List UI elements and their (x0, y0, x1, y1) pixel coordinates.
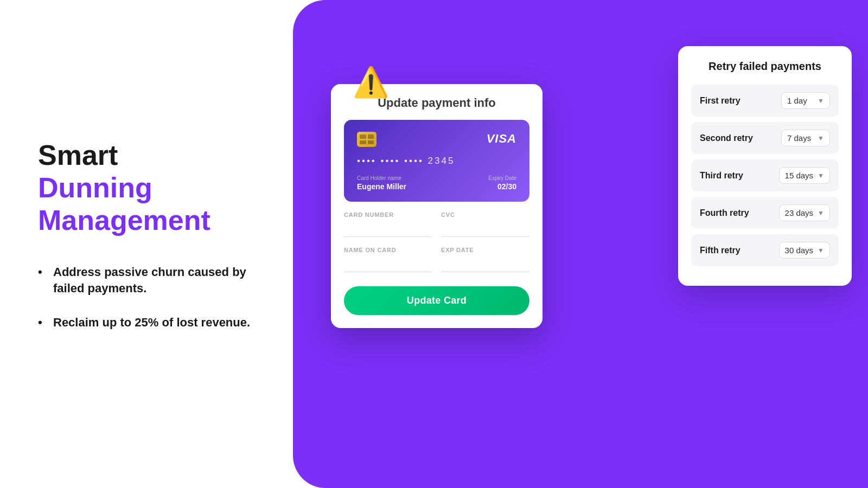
retry-value-1: 1 day (787, 96, 807, 105)
retry-row-2: Second retry 7 days ▼ (691, 122, 839, 154)
card-bottom-row: Card Holder name Eugene Miller Expiry Da… (357, 175, 516, 191)
retry-value-3: 15 days (785, 171, 814, 180)
chevron-down-icon-2: ▼ (818, 134, 824, 142)
card-number-label: CARD NUMBER (344, 211, 432, 218)
retry-row-4: Fourth retry 23 days ▼ (691, 197, 839, 229)
retry-label-3: Third retry (700, 171, 743, 181)
expiry-input[interactable] (441, 256, 529, 272)
retry-label-2: Second retry (700, 133, 753, 143)
right-section: ⚠️ Update payment info VISA •••• •••• ••… (293, 0, 868, 488)
cvc-field: CVC (441, 211, 529, 237)
expiry-input-field: EXP DATE (441, 247, 529, 272)
card-number-field: CARD NUMBER (344, 211, 432, 237)
retry-label-4: Fourth retry (700, 208, 749, 218)
name-field: NAME ON CARD (344, 247, 432, 272)
payment-modal: Update payment info VISA •••• •••• •••• … (331, 84, 542, 328)
chevron-down-icon-5: ▼ (818, 247, 824, 254)
bullet-list: Address passive churn caused by failed p… (38, 264, 255, 331)
retry-value-2: 7 days (787, 133, 811, 143)
update-card-button[interactable]: Update Card (344, 286, 529, 315)
card-chip-icon (357, 132, 376, 147)
retry-label-5: Fifth retry (700, 246, 741, 255)
expiry-input-label: EXP DATE (441, 247, 529, 253)
bullet-item-1: Address passive churn caused by failed p… (38, 264, 255, 298)
retry-dropdown-4[interactable]: 23 days ▼ (779, 204, 830, 221)
card-number-display: •••• •••• •••• 2345 (357, 156, 516, 166)
expiry-block: Expiry Date 02/30 (488, 175, 516, 191)
retry-label-1: First retry (700, 96, 741, 106)
cvc-input[interactable] (441, 221, 529, 237)
payment-form: CARD NUMBER CVC NAME ON CARD EXP DATE (331, 211, 542, 328)
retry-dropdown-1[interactable]: 1 day ▼ (781, 92, 830, 109)
retry-row-5: Fifth retry 30 days ▼ (691, 234, 839, 266)
card-number-input[interactable] (344, 221, 432, 237)
chevron-down-icon-4: ▼ (818, 209, 824, 217)
name-label: NAME ON CARD (344, 247, 432, 253)
headline-plain: Smart (38, 139, 255, 172)
holder-name: Eugene Miller (357, 182, 406, 191)
chevron-down-icon-1: ▼ (818, 97, 824, 105)
chevron-down-icon-3: ▼ (818, 172, 824, 179)
card-number-masked: •••• •••• •••• (357, 156, 424, 166)
card-brand: VISA (487, 132, 516, 146)
card-number-last4: 2345 (428, 156, 455, 166)
retry-value-4: 23 days (785, 208, 814, 217)
left-section: Smart Dunning Management Address passive… (0, 107, 293, 381)
warning-icon: ⚠️ (353, 65, 389, 99)
headline-purple-line1: Dunning (38, 172, 255, 204)
name-input[interactable] (344, 256, 432, 272)
form-row-card: CARD NUMBER CVC (344, 211, 529, 237)
credit-card-visual: VISA •••• •••• •••• 2345 Card Holder nam… (344, 120, 529, 202)
retry-panel-title: Retry failed payments (691, 60, 839, 73)
retry-row-1: First retry 1 day ▼ (691, 85, 839, 117)
retry-dropdown-5[interactable]: 30 days ▼ (779, 242, 830, 259)
expiry-value: 02/30 (488, 182, 516, 191)
holder-label: Card Holder name (357, 175, 406, 181)
cvc-label: CVC (441, 211, 529, 218)
retry-panel: Retry failed payments First retry 1 day … (678, 46, 852, 286)
retry-row-3: Third retry 15 days ▼ (691, 159, 839, 191)
form-row-name: NAME ON CARD EXP DATE (344, 247, 529, 272)
expiry-label: Expiry Date (488, 175, 516, 181)
bullet-item-2: Reclaim up to 25% of lost revenue. (38, 314, 255, 331)
retry-dropdown-3[interactable]: 15 days ▼ (779, 167, 830, 184)
card-holder-block: Card Holder name Eugene Miller (357, 175, 406, 191)
retry-dropdown-2[interactable]: 7 days ▼ (781, 130, 830, 146)
retry-value-5: 30 days (785, 246, 814, 255)
headline-purple-line2: Management (38, 204, 255, 237)
headline-block: Smart Dunning Management (38, 139, 255, 236)
